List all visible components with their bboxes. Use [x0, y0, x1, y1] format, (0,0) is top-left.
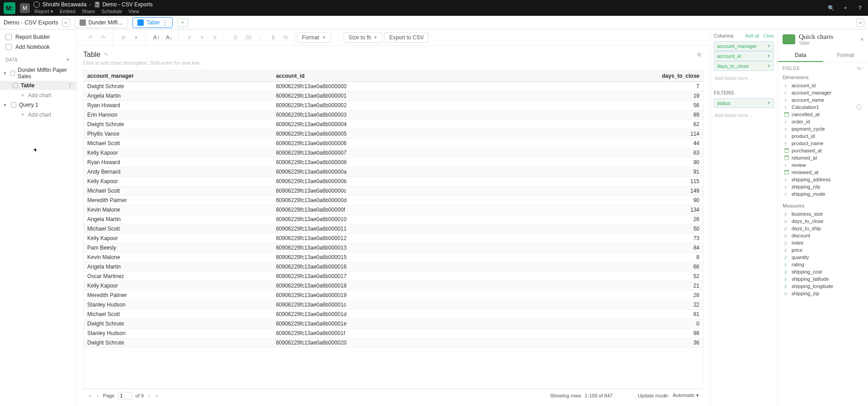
- update-mode-dropdown[interactable]: Automatic ▾: [673, 392, 699, 398]
- measure-field[interactable]: shipping_zip: [778, 290, 868, 297]
- swap-icon[interactable]: ⇄: [118, 32, 129, 43]
- undo-icon[interactable]: ↶: [85, 32, 96, 43]
- measure-field[interactable]: business_size: [778, 210, 868, 217]
- table-row[interactable]: Dwight Schrute60906229fc13ae0a6b0000007: [84, 82, 703, 91]
- add-all-link[interactable]: Add all: [745, 33, 760, 38]
- menu-embed[interactable]: Embed: [60, 9, 75, 14]
- tree-add-chart-2[interactable]: ＋ Add chart: [0, 109, 76, 120]
- table-row[interactable]: Ryan Howard60906229fc13ae0a6b00000890: [84, 158, 703, 167]
- workspace-icon[interactable]: M: [20, 3, 30, 13]
- dimension-field[interactable]: payment_cycle: [778, 125, 868, 132]
- column-pill[interactable]: account_manager▼: [714, 41, 774, 51]
- table-row[interactable]: Stanley Hudson60906229fc13ae0a6b00001c22: [84, 300, 703, 310]
- sidebar-report-builder[interactable]: Report Builder: [0, 32, 76, 42]
- size-dropdown[interactable]: Size to fit▼: [344, 32, 382, 43]
- measure-field[interactable]: rating: [778, 261, 868, 268]
- add-icon[interactable]: ＋: [841, 4, 850, 13]
- table-row[interactable]: Angela Martin60906229fc13ae0a6b00000119: [84, 91, 703, 101]
- add-data-icon[interactable]: ＋: [65, 56, 71, 64]
- decimal-dec-icon[interactable]: .0: [230, 32, 241, 43]
- table-row[interactable]: Dwight Schrute60906229fc13ae0a6b00000462: [84, 120, 703, 129]
- dimension-field[interactable]: shipping_city: [778, 183, 868, 190]
- measure-field[interactable]: shipping_cost: [778, 268, 868, 275]
- pager-first-icon[interactable]: «: [88, 393, 92, 398]
- table-row[interactable]: Angela Martin60906229fc13ae0a6b00001026: [84, 215, 703, 224]
- align-right-icon[interactable]: ≡: [209, 32, 220, 43]
- chart-title[interactable]: Table: [83, 51, 100, 59]
- tree-dataset[interactable]: ▾ Dunder Mifflin Paper Sales: [0, 66, 76, 81]
- tab-dunder[interactable]: Dunder Miffl…: [75, 17, 128, 28]
- align-center-icon[interactable]: ≡: [197, 32, 208, 43]
- tab-table[interactable]: Table ⋮: [132, 17, 173, 28]
- clear-link[interactable]: Clear: [763, 33, 774, 38]
- measure-field[interactable]: index: [778, 239, 868, 246]
- align-left-icon[interactable]: ≡: [184, 32, 195, 43]
- dimension-field[interactable]: purchased_at: [778, 147, 868, 154]
- percent-icon[interactable]: %: [280, 32, 291, 43]
- chart-description[interactable]: Click to add chart description. Shift-en…: [83, 60, 703, 66]
- rtab-format[interactable]: Format: [823, 49, 868, 62]
- table-row[interactable]: Michael Scott60906229fc13ae0a6b00001d81: [84, 310, 703, 319]
- dimension-field[interactable]: returned_at: [778, 154, 868, 161]
- table-row[interactable]: Stanley Hudson60906229fc13ae0a6b00001f98: [84, 329, 703, 338]
- tree-table[interactable]: Table ⋮: [0, 81, 76, 90]
- filters-placeholder[interactable]: Add fields here…: [714, 111, 774, 120]
- search-icon[interactable]: 🔍: [826, 4, 835, 13]
- sidebar-add-notebook[interactable]: Add Notebook: [0, 42, 76, 52]
- measure-field[interactable]: quantity: [778, 254, 868, 261]
- column-pill[interactable]: account_id▼: [714, 51, 774, 61]
- collapse-right-icon[interactable]: »: [856, 19, 864, 27]
- tab-menu-icon[interactable]: ⋮: [162, 19, 168, 26]
- dimension-field[interactable]: cancelled_at: [778, 111, 868, 118]
- export-csv-button[interactable]: Export to CSV: [384, 32, 429, 43]
- tree-add-chart[interactable]: ＋ Add chart: [0, 90, 76, 100]
- help-icon[interactable]: ?: [855, 4, 864, 13]
- swap-dropdown-icon[interactable]: ▾: [131, 32, 142, 43]
- sort-asc-icon[interactable]: A↑: [151, 32, 162, 43]
- table-row[interactable]: Michael Scott60906229fc13ae0a6b00000644: [84, 139, 703, 148]
- table-row[interactable]: Phyllis Vance60906229fc13ae0a6b000005114: [84, 129, 703, 139]
- menu-share[interactable]: Share: [82, 9, 95, 14]
- measure-field[interactable]: days_to_ship: [778, 225, 868, 232]
- tree-query[interactable]: ▾ Query 1: [0, 100, 76, 109]
- table-row[interactable]: Michael Scott60906229fc13ae0a6b00001150: [84, 224, 703, 234]
- col-header[interactable]: account_manager: [84, 71, 272, 82]
- table-row[interactable]: Kevin Malone60906229fc13ae0a6b0000158: [84, 253, 703, 262]
- currency-icon[interactable]: $: [268, 32, 278, 43]
- app-logo-icon[interactable]: M:: [4, 2, 15, 14]
- dimension-field[interactable]: account_name: [778, 96, 868, 104]
- table-row[interactable]: Meredith Palmer60906229fc13ae0a6b0000192…: [84, 291, 703, 300]
- measure-field[interactable]: days_to_close: [778, 217, 868, 225]
- measure-field[interactable]: shipping_longitude: [778, 283, 868, 290]
- table-row[interactable]: Kelly Kapoor60906229fc13ae0a6b00001273: [84, 234, 703, 243]
- breadcrumb-user[interactable]: Shruthi Bezawada: [42, 1, 86, 8]
- table-row[interactable]: Kelly Kapoor60906229fc13ae0a6b00000763: [84, 148, 703, 158]
- add-tab-button[interactable]: ＋: [177, 18, 188, 27]
- comma-icon[interactable]: ,: [255, 32, 266, 43]
- dimension-field[interactable]: account_manager: [778, 89, 868, 96]
- table-row[interactable]: Meredith Palmer60906229fc13ae0a6b00000d9…: [84, 196, 703, 205]
- table-row[interactable]: Oscar Martinez60906229fc13ae0a6b00001752: [84, 272, 703, 281]
- dimension-field[interactable]: order_id: [778, 118, 868, 125]
- info-icon[interactable]: i: [856, 104, 862, 110]
- rtab-data[interactable]: Data: [778, 49, 823, 62]
- col-header[interactable]: days_to_close: [546, 71, 703, 82]
- chart-settings-icon[interactable]: ⚙: [694, 50, 703, 59]
- quickchart-dropdown-icon[interactable]: ▾: [861, 36, 863, 42]
- column-pill[interactable]: days_to_close▼: [714, 61, 774, 71]
- dimension-field[interactable]: Calculation1i: [778, 104, 868, 111]
- dimension-field[interactable]: product_id: [778, 132, 868, 140]
- table-row[interactable]: Kelly Kapoor60906229fc13ae0a6b00000b115: [84, 177, 703, 186]
- table-row[interactable]: Kelly Kapoor60906229fc13ae0a6b00001821: [84, 281, 703, 291]
- columns-placeholder[interactable]: Add fields here…: [714, 74, 774, 83]
- table-row[interactable]: Dwight Schrute60906229fc13ae0a6b00001e0: [84, 319, 703, 329]
- menu-report[interactable]: Report ▾: [34, 9, 53, 14]
- dimension-field[interactable]: reviewed_at: [778, 169, 868, 176]
- measure-field[interactable]: price: [778, 246, 868, 254]
- pager-next-icon[interactable]: ›: [147, 393, 151, 398]
- menu-view[interactable]: View: [128, 9, 139, 14]
- table-row[interactable]: Michael Scott60906229fc13ae0a6b00000c149: [84, 186, 703, 196]
- filter-pill[interactable]: status▼: [714, 98, 774, 108]
- tree-menu-icon[interactable]: ⋮: [67, 82, 73, 89]
- dimension-field[interactable]: review: [778, 161, 868, 169]
